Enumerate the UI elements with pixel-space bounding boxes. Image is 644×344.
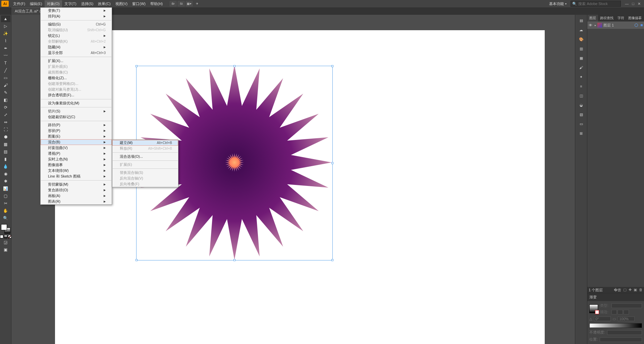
artboard-tool[interactable]: ▢ [1,193,10,199]
lasso-tool[interactable]: ⌇ [1,38,10,44]
draw-mode-icon[interactable]: ◲ [1,239,10,246]
mi-pattern[interactable]: 图案(E) [41,134,112,139]
menu-view[interactable]: 视图(V) [113,0,130,7]
maximize-icon[interactable]: □ [632,2,634,6]
free-transform-tool[interactable]: ⛶ [1,126,10,133]
zoom-tool[interactable]: 🔍 [1,215,10,222]
mi-group[interactable]: 编组(G)Ctrl+G [41,21,112,27]
mi-blend[interactable]: 混合(B) [41,139,112,145]
direct-selection-tool[interactable]: ▷ [1,23,10,30]
menu-edit[interactable]: 编辑(E) [28,0,45,7]
magic-wand-tool[interactable]: ✨ [1,30,10,37]
gradient-position[interactable] [600,337,642,342]
shape-builder-tool[interactable]: ⬢ [1,134,10,140]
graphic-styles-icon[interactable]: ▧ [577,111,586,118]
color-mode-swatches[interactable] [0,235,11,238]
menu-object[interactable]: 对象(O) [45,0,62,7]
mi-lock[interactable]: 锁定(L) [41,33,112,39]
hand-tool[interactable]: ✋ [1,207,10,214]
mi-slice[interactable]: 切片(S) [41,108,112,114]
mi-clipping-mask[interactable]: 剪切蒙版(M) [41,182,112,187]
mi-text-wrap[interactable]: 文本绕排(W) [41,168,112,174]
mesh-tool[interactable]: ▤ [1,148,10,155]
libraries-icon[interactable]: ☁ [577,26,586,34]
mi-blend-options[interactable]: 混合选项(O)... [112,154,178,159]
mi-path[interactable]: 路径(P) [41,122,112,128]
appearance-icon[interactable]: ◒ [577,101,586,109]
tab-pathfinder[interactable]: 路径查找 [598,15,615,21]
perspective-grid-tool[interactable]: ▦ [1,141,10,148]
width-tool[interactable]: ⇔ [1,119,10,126]
menu-window[interactable]: 窗口(W) [130,0,148,7]
menu-select[interactable]: 选择(S) [79,0,96,7]
tab-layers[interactable]: 图层 [587,15,598,21]
workspace-switcher[interactable]: 基本功能 ▾ [547,1,569,7]
symbol-sprayer-tool[interactable]: ✱ [1,178,10,185]
type-tool[interactable]: T [1,60,10,66]
rectangle-tool[interactable]: ▭ [1,75,10,81]
new-layer-icon[interactable]: ▣ [634,288,637,293]
slice-tool[interactable]: ✂ [1,200,10,207]
scale-tool[interactable]: ⤢ [1,111,10,118]
gradient-opacity[interactable] [607,330,642,335]
gradient-preview[interactable] [589,304,598,313]
menu-effect[interactable]: 效果(C) [96,0,113,7]
bridge-icon[interactable]: Br [170,1,176,6]
stock-search[interactable]: 🔍 搜索 Adobe Stock [571,1,621,7]
gradient-type-select[interactable] [611,303,642,308]
tab-image-trace[interactable]: 图像描摹 [626,15,644,21]
stroke-gradient-buttons[interactable] [611,310,629,314]
stroke-icon[interactable]: ≡ [577,83,586,90]
visibility-icon[interactable]: 👁 [589,23,593,27]
transform-icon[interactable]: ⊞ [577,130,586,137]
gradient-angle[interactable]: 0° [594,316,611,321]
mi-line-sketch[interactable]: Line 和 Sketch 图稿 [41,174,112,179]
new-sublayer-icon[interactable]: ✚ [629,288,632,293]
make-clip-icon[interactable]: ▢ [623,288,627,293]
menu-help[interactable]: 帮助(H) [148,0,165,7]
menu-file[interactable]: 文件(F) [11,0,28,7]
gradient-slider[interactable] [589,323,642,328]
paintbrush-tool[interactable]: 🖌 [1,82,10,89]
mi-image-trace[interactable]: 图像描摹 [41,162,112,168]
fill-stroke-swatch[interactable] [1,224,10,234]
delete-layer-icon[interactable]: 🗑 [639,288,643,293]
tab-character[interactable]: 字符 [615,15,626,21]
selection-tool[interactable]: ▲ [1,15,10,22]
gradient-tool[interactable]: ▮ [1,156,10,162]
screen-mode-icon[interactable]: ▣ [1,246,10,253]
target-icon[interactable] [635,23,638,27]
fill-swatch[interactable] [1,224,7,230]
eyedropper-tool[interactable]: 💧 [1,163,10,170]
mi-arrange[interactable]: 排列(A) [41,13,112,19]
mi-artboards[interactable]: 画板(A) [41,193,112,199]
symbols-icon[interactable]: ✦ [577,73,586,81]
color-icon[interactable]: 🎨 [577,36,586,43]
layer-row[interactable]: 👁 ▸ 图层 1 [587,21,644,29]
blend-tool[interactable]: ◉ [1,170,10,177]
arrange-docs-icon[interactable]: ▦▾ [186,1,193,6]
gpu-icon[interactable]: ✈ [194,1,201,6]
shaper-tool[interactable]: ✎ [1,89,10,96]
transparency-icon[interactable]: ◫ [577,92,586,99]
line-tool[interactable]: ╱ [1,67,10,74]
mi-live-paint[interactable]: 实时上色(N) [41,156,112,162]
expand-icon[interactable]: ▸ [595,24,596,27]
locate-icon[interactable]: �書 [614,288,621,293]
properties-icon[interactable]: ▤ [577,17,586,24]
mi-pixel-perfect[interactable]: 设为像素级优化(M) [41,100,112,106]
pen-tool[interactable]: ✒ [1,45,10,52]
mi-hide[interactable]: 隐藏(H) [41,44,112,50]
mi-graph[interactable]: 图表(R) [41,199,112,204]
mi-envelope[interactable]: 封套扭曲(V) [41,145,112,151]
column-graph-tool[interactable]: 📊 [1,185,10,192]
mi-blend-make[interactable]: 建立(M)Alt+Ctrl+B [112,140,178,146]
color-guide-icon[interactable]: ▥ [577,45,586,52]
mi-rasterize[interactable]: 栅格化(Z)... [41,75,112,81]
mi-perspective[interactable]: 透视(P) [41,151,112,156]
mi-show-all[interactable]: 显示全部Alt+Ctrl+3 [41,50,112,56]
align-icon[interactable]: ▭ [577,120,586,128]
mi-flatten-transparency[interactable]: 拼合透明度(F)... [41,92,112,98]
mi-transform[interactable]: 变换(T) [41,8,112,13]
mi-expand[interactable]: 扩展(X)... [41,58,112,64]
